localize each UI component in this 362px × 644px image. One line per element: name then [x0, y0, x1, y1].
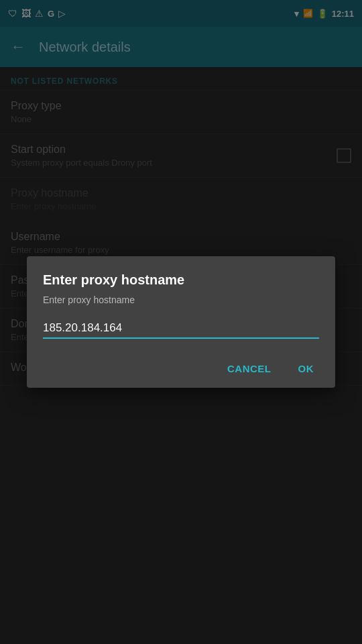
- proxy-hostname-dialog: Enter proxy hostname Enter proxy hostnam…: [27, 256, 335, 388]
- dialog-overlay: Enter proxy hostname Enter proxy hostnam…: [0, 0, 362, 644]
- dialog-actions: CANCEL OK: [27, 352, 335, 388]
- proxy-hostname-input[interactable]: [43, 319, 319, 337]
- cancel-button[interactable]: CANCEL: [217, 358, 282, 380]
- dialog-body: Enter proxy hostname Enter proxy hostnam…: [27, 256, 335, 352]
- dialog-subtitle: Enter proxy hostname: [43, 294, 319, 305]
- dialog-input-wrapper: [43, 319, 319, 339]
- ok-button[interactable]: OK: [288, 358, 325, 380]
- dialog-title: Enter proxy hostname: [43, 272, 319, 288]
